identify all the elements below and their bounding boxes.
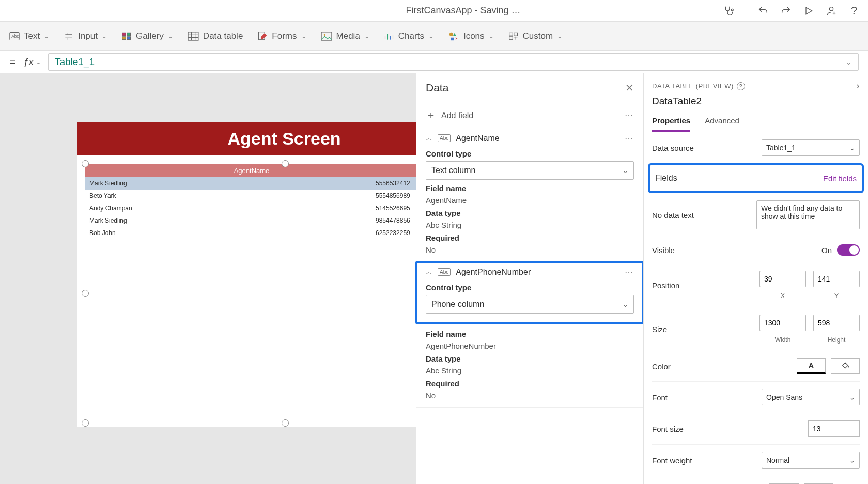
svg-point-0 [732, 9, 734, 11]
prop-label: Visible [652, 246, 675, 255]
abc-icon: Abc [426, 221, 439, 229]
visible-toggle[interactable] [837, 244, 860, 256]
plus-icon: ＋ [426, 109, 436, 120]
font-select[interactable]: Open Sans⌄ [762, 389, 860, 405]
chevron-up-icon[interactable]: ︿ [426, 134, 432, 143]
prop-label: Font weight [652, 456, 692, 465]
svg-rect-8 [188, 32, 198, 40]
prop-label: No data text [652, 211, 694, 220]
data-panel-title: Data [426, 82, 448, 94]
share-icon[interactable] [826, 5, 837, 17]
ribbon-gallery[interactable]: Gallery⌄ [121, 31, 173, 41]
prop-label: Position [652, 281, 679, 290]
svg-rect-13 [509, 33, 513, 36]
height-input[interactable] [813, 315, 860, 331]
equals-icon: = [9, 55, 16, 69]
workspace: Agent Screen AgentName Ag Mark Siedling … [0, 73, 868, 484]
prop-label: Data source [652, 144, 694, 152]
fx-label[interactable]: ƒx⌄ [23, 56, 41, 68]
more-icon[interactable]: ⋯ [625, 110, 634, 120]
svg-text:Abc: Abc [11, 34, 19, 39]
edit-fields-link[interactable]: Edit fields [823, 174, 857, 183]
svg-point-11 [323, 34, 326, 36]
ribbon-datatable[interactable]: Data table [188, 31, 243, 41]
pos-y-input[interactable] [813, 271, 860, 287]
svg-rect-6 [122, 36, 126, 39]
more-icon[interactable]: ⋯ [625, 267, 634, 277]
ribbon-charts[interactable]: Charts⌄ [384, 31, 433, 41]
add-field-button[interactable]: ＋Add field ⋯ [416, 102, 643, 128]
svg-rect-7 [127, 36, 131, 39]
panel-header: DATA TABLE (PREVIEW) [652, 82, 734, 90]
svg-rect-14 [514, 33, 517, 36]
more-icon[interactable]: ⋯ [625, 133, 634, 143]
ribbon-icons[interactable]: Icons⌄ [448, 31, 494, 41]
control-type-select[interactable]: Phone column ⌄ [426, 295, 634, 314]
prop-label: Font [652, 393, 668, 402]
formula-expand-icon[interactable]: ⌄ [846, 58, 852, 66]
prop-label: Color [652, 362, 671, 371]
field-block-agentphonenumber-cont: Field name AgentPhoneNumber Data type Ab… [416, 323, 643, 408]
redo-icon[interactable] [780, 5, 792, 17]
tab-advanced[interactable]: Advanced [705, 113, 739, 132]
ribbon-forms[interactable]: Forms⌄ [257, 31, 306, 41]
ribbon-custom[interactable]: Custom⌄ [508, 31, 563, 41]
control-name: DataTable2 [652, 96, 860, 107]
play-icon[interactable] [803, 5, 814, 17]
svg-rect-5 [127, 33, 131, 36]
close-icon[interactable]: ✕ [625, 82, 634, 94]
stethoscope-icon[interactable] [723, 5, 734, 17]
svg-point-1 [829, 7, 833, 10]
properties-panel: DATA TABLE (PREVIEW)? › DataTable2 Prope… [643, 73, 868, 484]
font-color-button[interactable]: A [797, 358, 826, 374]
ribbon-media[interactable]: Media⌄ [321, 31, 369, 41]
ribbon-text[interactable]: AbcText⌄ [9, 31, 49, 41]
help-icon[interactable]: ? [848, 5, 860, 17]
field-block-agentphonenumber: ︿ Abc AgentPhoneNumber ⋯ Control type Ph… [416, 262, 643, 323]
control-type-select[interactable]: Text column ⌄ [426, 161, 634, 180]
svg-rect-4 [122, 33, 126, 36]
no-data-text-input[interactable]: We didn't find any data to show at this … [756, 200, 860, 229]
prop-label: Font size [652, 425, 684, 433]
svg-point-12 [450, 32, 453, 36]
abc-icon: Abc [438, 268, 451, 276]
col-header[interactable]: AgentName [85, 164, 418, 177]
ribbon-input[interactable]: Input⌄ [64, 31, 107, 41]
width-input[interactable] [760, 315, 806, 331]
prop-label: Fields [655, 174, 677, 183]
field-block-agentname: ︿ Abc AgentName ⋯ Control type Text colu… [416, 128, 643, 262]
field-title: AgentPhoneNumber [456, 268, 531, 277]
fields-row: Fields Edit fields [650, 165, 862, 191]
pos-x-input[interactable] [760, 271, 806, 287]
chevron-up-icon[interactable]: ︿ [426, 268, 432, 277]
svg-rect-10 [321, 32, 332, 40]
property-tabs: Properties Advanced [652, 113, 860, 132]
insert-ribbon: AbcText⌄ Input⌄ Gallery⌄ Data table Form… [0, 22, 868, 51]
formula-input[interactable]: Table1_1 ⌄ [48, 53, 859, 71]
svg-rect-15 [509, 36, 513, 39]
prop-label: Size [652, 325, 667, 334]
title-bar: FirstCanvasApp - Saving … ? [0, 0, 868, 22]
formula-bar: = ƒx⌄ Table1_1 ⌄ [0, 51, 868, 73]
chevron-right-icon[interactable]: › [857, 81, 860, 91]
undo-icon[interactable] [757, 5, 769, 17]
canvas-area: Agent Screen AgentName Ag Mark Siedling … [10, 73, 868, 484]
field-title: AgentName [456, 134, 500, 143]
data-panel: Data ✕ ＋Add field ⋯ ︿ Abc AgentName ⋯ Co… [416, 73, 643, 484]
chevron-down-icon: ⌄ [623, 301, 628, 308]
abc-icon: Abc [426, 366, 439, 375]
abc-icon: Abc [438, 134, 451, 142]
app-title: FirstCanvasApp - Saving … [8, 5, 711, 16]
font-weight-select[interactable]: Normal⌄ [762, 452, 860, 469]
chevron-down-icon: ⌄ [623, 167, 628, 175]
info-icon[interactable]: ? [737, 82, 745, 90]
font-size-input[interactable] [808, 420, 860, 437]
fill-color-button[interactable] [831, 358, 860, 374]
data-source-select[interactable]: Table1_1⌄ [762, 139, 860, 156]
tab-properties[interactable]: Properties [652, 113, 690, 132]
